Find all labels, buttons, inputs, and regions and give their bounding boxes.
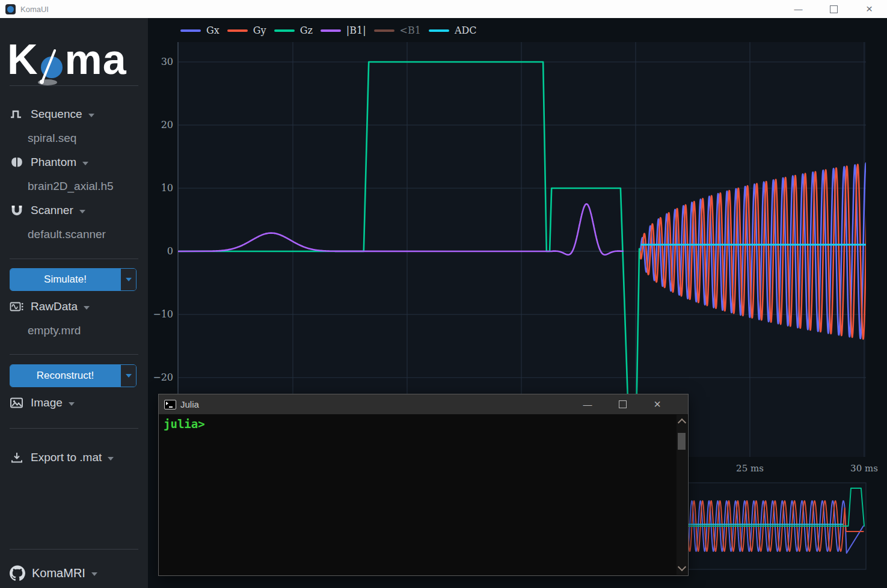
svg-text:10: 10 [161, 182, 173, 194]
svg-text:20: 20 [161, 119, 173, 130]
line-swatch [374, 29, 394, 32]
legend-label: |B1| [346, 25, 366, 36]
divider [10, 428, 138, 429]
scrollbar-thumb[interactable] [678, 433, 686, 450]
sidebar-item-rawdata-file[interactable]: empty.mrd [28, 323, 81, 338]
julia-console[interactable]: julia> [159, 414, 688, 575]
koma-logo: K ma [7, 28, 127, 81]
legend-label: Gy [253, 25, 266, 36]
sidebar-item-scanner[interactable]: Scanner [10, 202, 85, 219]
sidebar-item-scanner-file[interactable]: default.scanner [28, 227, 106, 242]
phantom-label: Phantom [31, 156, 76, 169]
window-titlebar: KomaUI — × [0, 0, 887, 18]
sequence-label: Sequence [31, 108, 82, 121]
sidebar-item-rawdata[interactable]: RawData [10, 298, 90, 315]
scroll-down-icon[interactable] [678, 563, 686, 571]
github-icon [10, 565, 25, 581]
chevron-down-icon [126, 374, 132, 378]
logo-text-ma: ma [65, 38, 127, 81]
divider [10, 259, 138, 259]
line-swatch [274, 29, 295, 32]
sidebar-item-image[interactable]: Image [10, 394, 75, 411]
svg-text:−20: −20 [153, 372, 173, 383]
legend-item-gz[interactable]: Gz [274, 25, 313, 36]
svg-text:30 ms: 30 ms [850, 463, 878, 474]
image-label: Image [31, 396, 63, 409]
divider [10, 549, 138, 550]
rawdata-label: RawData [31, 300, 78, 313]
svg-text:30: 30 [161, 56, 173, 67]
chevron-down-icon [82, 162, 88, 165]
sidebar-item-export-mat[interactable]: Export to .mat [10, 449, 114, 466]
minimize-button[interactable]: — [781, 0, 816, 18]
julia-close-button[interactable]: × [640, 394, 675, 414]
legend-label: Gz [300, 25, 313, 36]
simulate-button[interactable]: Simulate! [10, 269, 120, 290]
julia-window-title: Julia [180, 399, 199, 409]
legend-label: ADC [455, 25, 477, 36]
brain-icon [10, 156, 24, 168]
legend-label: Gx [206, 25, 219, 36]
julia-maximize-button[interactable] [605, 394, 640, 414]
julia-prompt: julia> [164, 417, 205, 430]
reconstruct-button-group: Reconstruct! [10, 364, 137, 387]
julia-terminal-window: Julia — × julia> [158, 394, 689, 576]
julia-minimize-button[interactable]: — [570, 394, 605, 414]
line-swatch [227, 29, 248, 32]
chevron-down-icon [84, 306, 90, 310]
chevron-down-icon [126, 278, 132, 281]
koma-app-icon [5, 4, 16, 14]
sidebar-item-phantom-file[interactable]: brain2D_axial.h5 [28, 179, 114, 194]
export-mat-label: Export to .mat [31, 451, 102, 464]
reconstruct-dropdown-button[interactable] [120, 365, 136, 387]
legend-label: <B1 [400, 25, 421, 36]
magnet-icon [10, 204, 24, 216]
logo-text-k: K [7, 38, 38, 81]
legend-item-b1-abs[interactable]: |B1| [321, 25, 366, 36]
chevron-down-icon [108, 457, 114, 461]
chevron-down-icon [88, 114, 94, 117]
svg-text:25 ms: 25 ms [736, 463, 764, 474]
globe-icon [40, 54, 63, 79]
close-button[interactable]: × [852, 0, 887, 18]
sidebar-item-phantom[interactable]: Phantom [10, 154, 88, 171]
sidebar: K ma Sequence spiral.seq Phantom brain2D… [0, 18, 148, 588]
maximize-button[interactable] [816, 0, 852, 18]
window-controls: — × [781, 0, 887, 18]
chevron-down-icon [69, 402, 75, 406]
maximize-icon [830, 5, 838, 13]
divider [10, 354, 138, 355]
reconstruct-button[interactable]: Reconstruct! [10, 365, 120, 387]
rawdata-file-label: empty.mrd [28, 324, 81, 337]
julia-scrollbar[interactable] [677, 415, 687, 575]
julia-titlebar[interactable]: Julia — × [159, 394, 688, 414]
line-swatch [429, 29, 449, 32]
raw-signal-icon [10, 301, 24, 313]
phantom-file-label: brain2D_axial.h5 [28, 180, 114, 193]
line-swatch [321, 29, 341, 32]
chevron-down-icon [91, 572, 97, 576]
line-swatch [180, 29, 201, 32]
simulate-dropdown-button[interactable] [120, 269, 136, 290]
chevron-down-icon [79, 210, 85, 213]
simulate-button-group: Simulate! [10, 268, 137, 291]
julia-window-controls: — × [570, 394, 688, 414]
legend-item-adc[interactable]: ADC [429, 25, 477, 36]
scroll-up-icon[interactable] [678, 418, 686, 427]
legend-item-gy[interactable]: Gy [227, 25, 266, 36]
legend-item-b1-angle[interactable]: <B1 [374, 25, 421, 36]
sidebar-item-sequence[interactable]: Sequence [10, 106, 94, 123]
console-icon [164, 400, 176, 409]
sidebar-item-komamri-github[interactable]: KomaMRI [10, 565, 97, 581]
svg-text:0: 0 [167, 245, 173, 257]
window-title: KomaUI [20, 5, 49, 14]
divider [10, 85, 138, 86]
legend-item-gx[interactable]: Gx [180, 25, 219, 36]
svg-text:−10: −10 [153, 308, 173, 320]
pulse-icon [10, 108, 24, 120]
sidebar-item-sequence-file[interactable]: spiral.seq [28, 130, 76, 146]
sequence-file-label: spiral.seq [28, 132, 76, 145]
scanner-label: Scanner [31, 204, 73, 217]
image-icon [10, 397, 24, 409]
maximize-icon [619, 400, 627, 408]
